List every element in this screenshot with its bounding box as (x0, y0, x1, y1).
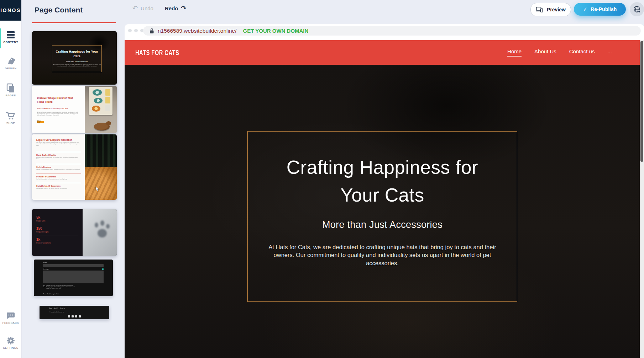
stat-label: Happy Cats (36, 220, 78, 222)
selected-hero-block[interactable]: Crafting Happiness for Your Cats More th… (247, 131, 517, 302)
stat-label: Unique Designs (36, 231, 78, 233)
content-icon (0, 31, 21, 39)
thumb-features-title: Explore Our Exquisite Collection (36, 139, 81, 141)
thumb-hero-body: At Hats for Cats, we are dedicated to cr… (52, 64, 101, 67)
redo-icon: ↷ (181, 5, 186, 11)
panel-title-underline (32, 22, 116, 23)
footer-link: About Us (54, 308, 58, 309)
thumb-about-photo (85, 86, 117, 133)
thumbnail-stats-section[interactable]: 5k Happy Cats 150 Unique Designs 1k Repe… (32, 209, 117, 256)
stat-value: 150 (36, 226, 78, 230)
preview-devices-icon (536, 6, 544, 13)
thumb-about-subtitle: Handcrafted Exclusively for Cats (37, 107, 80, 109)
history-toolbar: ↶ Undo Redo ↷ (132, 5, 187, 11)
nav-more-menu[interactable]: ... (607, 48, 612, 57)
sidebar-item-shop[interactable]: SHOP (0, 112, 21, 125)
page-title: Page Content (35, 6, 83, 14)
stat-label: Repeat Customers (36, 242, 78, 244)
design-icon (0, 57, 21, 65)
site-hero-background: Crafting Happiness for Your Cats More th… (125, 65, 644, 358)
thumb-hero-title: Crafting Happiness for Your Cats (52, 49, 101, 59)
browser-chrome: n1566589.websitebuilder.online/ GET YOUR… (125, 24, 644, 40)
globe-icon (633, 5, 641, 13)
pages-icon (0, 84, 21, 92)
sidebar-item-label: SHOP (0, 122, 21, 125)
thumbnail-contact-section[interactable]: Name* Message I hereby agree that this d… (34, 260, 113, 296)
mouse-cursor (95, 186, 100, 192)
thumb-feature-text: Each hat is meticulously designed and cr… (36, 157, 81, 160)
sidebar-item-feedback[interactable]: FEEDBACK (0, 311, 21, 325)
form-message-label: Message (43, 268, 49, 270)
thumbnail-footer-section[interactable]: Home About Us Contact us © Copyright. Al… (40, 306, 109, 319)
preview-scrollbar-thumb[interactable] (640, 41, 643, 162)
sidebar-item-label: FEEDBACK (0, 321, 21, 325)
get-domain-link[interactable]: GET YOUR OWN DOMAIN (243, 28, 308, 34)
thumb-shop-now-button: Shop Now (37, 121, 44, 123)
thumb-about-title: Discover Unique Hats for Your Feline Fri… (37, 96, 80, 104)
window-dots (128, 29, 144, 32)
sidebar-item-label: CONTENT (0, 41, 21, 44)
form-message-textarea (43, 271, 104, 283)
footer-links: Home About Us Contact us (40, 308, 92, 309)
stat-value: 5k (36, 215, 78, 219)
thumb-feature-title: Stylish Designs (36, 166, 81, 168)
thumb-feature-title: Perfect Fit Guarantee (36, 176, 81, 178)
lock-icon (150, 28, 154, 34)
cat-photo (94, 123, 110, 130)
sidebar-item-label: PAGES (0, 94, 21, 97)
footer-link: Contact us (60, 308, 65, 309)
sidebar-item-settings[interactable]: SETTINGS (0, 336, 21, 349)
site-header: HATS FOR CATS Home About Us Contact us .… (125, 40, 640, 65)
thumbnail-features-section[interactable]: Explore Our Exquisite Collection Dive in… (32, 134, 117, 200)
hero-subtitle: More than Just Accessories (248, 219, 517, 230)
thumb-feature-text: From birthdays to parties, our hats are … (36, 188, 81, 189)
sidebar-item-label: DESIGN (0, 67, 21, 70)
sidebar-item-content[interactable]: CONTENT (0, 31, 21, 44)
nav-home[interactable]: Home (507, 48, 522, 57)
thumb-paw-photo (83, 209, 117, 256)
shop-cart-icon (0, 112, 21, 120)
form-name-input (43, 264, 104, 267)
preview-label: Preview (547, 7, 566, 12)
preview-scrollbar-track[interactable] (640, 40, 644, 358)
thumb-features-intro: Dive into our range of cat hats and acce… (36, 142, 81, 146)
address-bar[interactable]: n1566589.websitebuilder.online/ GET YOUR… (143, 26, 641, 36)
thumb-feature-text: We offer a diverse range of designs, fro… (36, 169, 81, 170)
sidebar-item-pages[interactable]: PAGES (0, 84, 21, 97)
nav-contact-us[interactable]: Contact us (569, 48, 595, 57)
thumb-feature-title: Suitable for All Occasions (36, 185, 81, 187)
thumb-about-body: At Hats for Cats, we specialize in beaut… (37, 112, 80, 116)
gear-icon (0, 336, 21, 345)
footer-social-icons (68, 315, 81, 317)
thumb-hero-box: Crafting Happiness for Your Cats More th… (52, 45, 102, 72)
republish-button[interactable]: ✓ Re-Publish (574, 3, 626, 16)
thumbnail-hero-section[interactable]: Crafting Happiness for Your Cats More th… (32, 31, 117, 85)
consent-text: I hereby agree that this data will be st… (46, 285, 75, 289)
hero-title: Crafting Happiness for Your Cats (248, 154, 517, 209)
language-globe-button[interactable] (630, 2, 644, 16)
form-name-label: Name* (43, 262, 91, 263)
site-brand[interactable]: HATS FOR CATS (135, 48, 179, 57)
thumb-features-photo (85, 134, 117, 200)
hero-title-line1: Crafting Happiness for (248, 154, 517, 181)
undo-icon: ↶ (132, 5, 138, 11)
thumb-hero-subtitle: More than Just Accessories (52, 60, 101, 63)
hero-paragraph: At Hats for Cats, we are dedicated to cr… (267, 243, 498, 267)
undo-label: Undo (141, 5, 153, 11)
sidebar-item-label: SETTINGS (0, 346, 21, 349)
required-note: Please fill in all the required fields (43, 293, 104, 295)
redo-button[interactable]: Redo ↷ (165, 5, 187, 11)
check-icon: ✓ (583, 6, 588, 12)
undo-button[interactable]: ↶ Undo (132, 5, 153, 11)
redo-label: Redo (165, 5, 178, 11)
thumb-feature-title: Hand-Crafted Quality (36, 154, 81, 156)
nav-about-us[interactable]: About Us (534, 48, 556, 57)
consent-checkbox (43, 285, 45, 287)
feedback-icon (0, 311, 21, 320)
republish-label: Re-Publish (591, 6, 617, 12)
site-preview-frame: n1566589.websitebuilder.online/ GET YOUR… (125, 24, 644, 358)
app-sidebar: IONOS CONTENT DESIGN PAGES (0, 0, 22, 358)
thumbnail-about-section[interactable]: Discover Unique Hats for Your Feline Fri… (32, 86, 117, 133)
preview-button[interactable]: Preview (530, 3, 571, 16)
sidebar-item-design[interactable]: DESIGN (0, 57, 21, 70)
